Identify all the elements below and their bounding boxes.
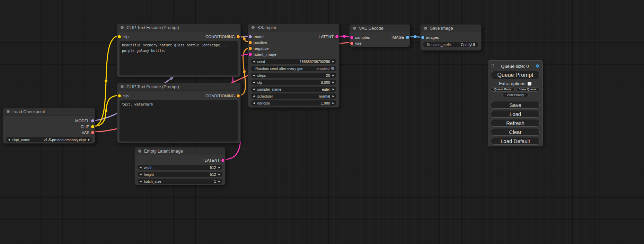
link-dot-clip-negative[interactable]	[105, 109, 107, 112]
widget-width[interactable]: ◀ width 512 ▶	[138, 165, 222, 170]
increment-arrow-icon[interactable]: ▶	[219, 166, 220, 169]
increment-arrow-icon[interactable]: ▶	[333, 95, 334, 97]
settings-gear-icon[interactable]: ✻	[536, 63, 540, 69]
widget-label: sampler_name	[257, 87, 281, 91]
collapse-dot-icon[interactable]	[138, 150, 141, 153]
link-dot-model[interactable]	[170, 77, 173, 80]
input-slot-model[interactable]	[249, 35, 252, 38]
output-slot-model[interactable]	[91, 119, 94, 122]
node-canvas[interactable]: Load Checkpoint MODEL CLIP VAE ◀ ckpt_na…	[0, 0, 644, 244]
input-slot-clip[interactable]	[118, 94, 121, 97]
node-titlebar[interactable]: Save Image	[421, 25, 481, 32]
collapse-dot-icon[interactable]	[424, 27, 427, 30]
clear-button[interactable]: Clear	[491, 128, 540, 136]
decrement-arrow-icon[interactable]: ◀	[253, 81, 255, 83]
increment-arrow-icon[interactable]: ▶	[333, 81, 334, 83]
widget-ckpt-name[interactable]: ◀ ckpt_name v1-5-pruned-emaonly.ckpt ▶	[6, 137, 92, 142]
view-queue-button[interactable]: View Queue	[516, 87, 540, 92]
widget-label: width	[144, 165, 152, 170]
view-history-button[interactable]: View History	[502, 93, 529, 97]
output-slot-clip[interactable]	[91, 125, 94, 128]
decrement-arrow-icon[interactable]: ◀	[253, 74, 255, 76]
node-vae-decode[interactable]: VAE Decode samples IMAGE vae	[349, 24, 410, 47]
decrement-arrow-icon[interactable]: ◀	[140, 180, 141, 182]
input-slot-clip[interactable]	[118, 35, 121, 38]
decrement-arrow-icon[interactable]: ◀	[140, 173, 141, 175]
load-button[interactable]: Load	[491, 110, 540, 118]
node-titlebar[interactable]: Load Checkpoint	[3, 108, 95, 116]
node-titlebar[interactable]: CLIP Text Encode (Prompt)	[117, 24, 240, 31]
increment-arrow-icon[interactable]: ▶	[333, 88, 334, 90]
input-label-positive: positive	[254, 40, 267, 45]
widget-random-seed-toggle[interactable]: Random seed after every gen enabled	[251, 66, 336, 71]
link-dot-conditioning-positive[interactable]	[243, 37, 246, 40]
output-slot-conditioning[interactable]	[237, 94, 240, 97]
output-slot-image[interactable]	[406, 36, 409, 39]
increment-arrow-icon[interactable]: ▶	[219, 173, 220, 175]
output-slot-vae[interactable]	[91, 131, 94, 134]
collapse-dot-icon[interactable]	[252, 26, 255, 29]
collapse-dot-icon[interactable]	[353, 27, 356, 30]
link-dot-image[interactable]	[414, 35, 416, 38]
node-clip-text-encode-positive[interactable]: CLIP Text Encode (Prompt) clip CONDITION…	[117, 24, 241, 77]
save-button[interactable]: Save	[491, 101, 540, 109]
node-titlebar[interactable]: KSampler	[248, 24, 339, 31]
extra-options-checkbox[interactable]	[528, 82, 531, 85]
widget-filename-prefix[interactable]: filename_prefix ComfyUI	[423, 42, 478, 47]
link-dot-latent-to-vae[interactable]	[343, 35, 346, 38]
collapse-dot-icon[interactable]	[121, 85, 124, 88]
link-dot-conditioning-negative[interactable]	[243, 70, 246, 73]
increment-arrow-icon[interactable]: ▶	[333, 74, 334, 76]
node-clip-text-encode-negative[interactable]: CLIP Text Encode (Prompt) clip CONDITION…	[117, 83, 241, 143]
input-slot-negative[interactable]	[249, 47, 252, 50]
increment-arrow-icon[interactable]: ▶	[333, 102, 334, 104]
node-ksampler[interactable]: KSampler model LATENT positive negative …	[248, 24, 339, 108]
queue-front-button[interactable]: Queue Front	[491, 87, 515, 92]
node-titlebar[interactable]: VAE Decode	[350, 25, 410, 32]
output-slot-conditioning[interactable]	[237, 35, 240, 38]
widget-value: 1	[214, 179, 216, 183]
widget-scheduler[interactable]: ◀ scheduler normal ▶	[251, 93, 336, 99]
increment-arrow-icon[interactable]: ▶	[333, 60, 334, 63]
prompt-textarea[interactable]: text, watermark	[120, 100, 238, 142]
load-default-button[interactable]: Load Default	[491, 137, 540, 145]
input-slot-positive[interactable]	[249, 41, 252, 44]
decrement-arrow-icon[interactable]: ◀	[253, 88, 255, 90]
node-load-checkpoint[interactable]: Load Checkpoint MODEL CLIP VAE ◀ ckpt_na…	[3, 108, 95, 144]
input-slot-latent-image[interactable]	[249, 53, 252, 56]
refresh-button[interactable]: Refresh	[491, 119, 540, 127]
widget-steps[interactable]: ◀ steps 20 ▶	[251, 73, 336, 78]
input-label-vae: vae	[355, 41, 362, 45]
widget-cfg[interactable]: ◀ cfg 8.000 ▶	[251, 80, 336, 85]
node-titlebar[interactable]: CLIP Text Encode (Prompt)	[117, 83, 240, 91]
prompt-textarea[interactable]: beautiful scenery nature glass bottle la…	[120, 41, 238, 75]
collapse-dot-icon[interactable]	[7, 110, 10, 113]
widget-denoise[interactable]: ◀ denoise 1.000 ▶	[251, 100, 336, 106]
widget-height[interactable]: ◀ height 512 ▶	[138, 172, 222, 177]
widget-sampler-name[interactable]: ◀ sampler_name euler ▶	[251, 87, 336, 92]
slot-row: positive	[248, 39, 339, 45]
toggle-knob-icon[interactable]	[331, 67, 334, 70]
link-dot-clip-positive[interactable]	[105, 80, 107, 82]
decrement-arrow-icon[interactable]: ◀	[253, 102, 255, 104]
drag-handle-icon[interactable]: ⠿	[491, 64, 494, 69]
node-save-image[interactable]: Save Image images filename_prefix ComfyU…	[420, 24, 482, 51]
collapse-dot-icon[interactable]	[121, 26, 124, 29]
widget-batch-size[interactable]: ◀ batch_size 1 ▶	[138, 179, 222, 184]
decrement-arrow-icon[interactable]: ◀	[8, 138, 10, 141]
queue-prompt-button[interactable]: Queue Prompt	[491, 71, 540, 79]
output-slot-latent[interactable]	[221, 159, 224, 162]
decrement-arrow-icon[interactable]: ◀	[140, 166, 141, 169]
widget-seed[interactable]: ◀ seed 156680208700286 ▶	[251, 59, 336, 64]
increment-arrow-icon[interactable]: ▶	[219, 180, 220, 182]
node-empty-latent-image[interactable]: Empty Latent Image LATENT ◀ width 512 ▶ …	[134, 147, 226, 185]
decrement-arrow-icon[interactable]: ◀	[253, 95, 255, 97]
input-slot-samples[interactable]	[350, 36, 353, 39]
input-slot-images[interactable]	[421, 36, 424, 39]
slot-row: clip CONDITIONING	[117, 34, 240, 39]
input-slot-vae[interactable]	[350, 42, 353, 45]
output-slot-latent[interactable]	[335, 35, 338, 38]
decrement-arrow-icon[interactable]: ◀	[253, 60, 255, 63]
node-titlebar[interactable]: Empty Latent Image	[135, 147, 225, 155]
increment-arrow-icon[interactable]: ▶	[88, 138, 90, 141]
